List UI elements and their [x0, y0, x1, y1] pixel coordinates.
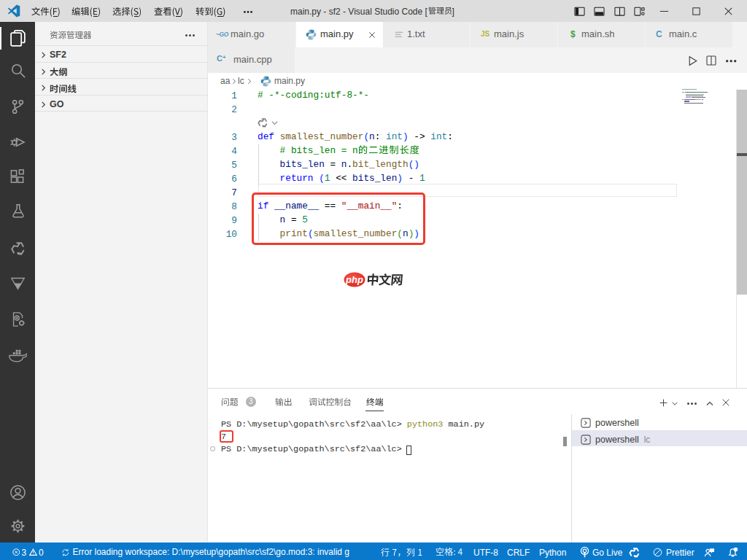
svg-text:php: php	[345, 274, 363, 285]
